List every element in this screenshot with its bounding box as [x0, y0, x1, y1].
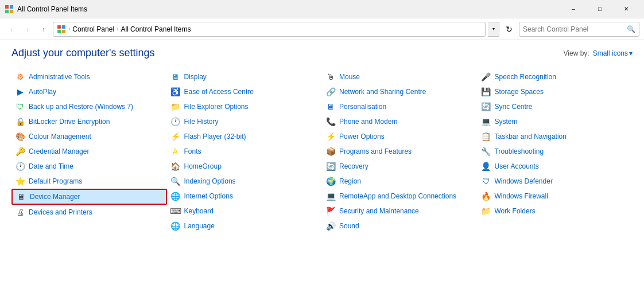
cp-item-sound[interactable]: 🔊Sound	[322, 219, 478, 233]
recovery-label: Recovery	[339, 162, 368, 170]
cp-item-devices-printers[interactable]: 🖨Devices and Printers	[11, 205, 167, 220]
svg-rect-7	[62, 30, 65, 33]
remoteapp-icon: 💻	[325, 191, 336, 201]
cp-item-windows-firewall[interactable]: 🔥Windows Firewall	[478, 189, 633, 204]
cp-item-speech-recognition[interactable]: 🎤Speech Recognition	[478, 69, 633, 84]
windows-firewall-label: Windows Firewall	[495, 192, 548, 200]
cp-item-default-programs[interactable]: ⭐Default Programs	[11, 174, 167, 189]
cp-item-administrative-tools[interactable]: ⚙Administrative Tools	[11, 69, 167, 84]
forward-button[interactable]: ›	[21, 22, 34, 36]
windows-defender-label: Windows Defender	[495, 177, 553, 185]
view-by: View by: Small icons ▾	[564, 49, 633, 57]
cp-item-bitlocker[interactable]: 🔒BitLocker Drive Encryption	[11, 114, 167, 129]
path-all-items[interactable]: All Control Panel Items	[121, 25, 191, 33]
bitlocker-label: BitLocker Drive Encryption	[29, 118, 110, 126]
cp-item-network-sharing[interactable]: 🔗Network and Sharing Centre	[322, 84, 478, 99]
cp-item-power-options[interactable]: ⚡Power Options	[322, 129, 478, 144]
view-by-label: View by:	[564, 49, 589, 57]
cp-item-phone-modem[interactable]: 📞Phone and Modem	[322, 114, 478, 129]
cp-item-recovery[interactable]: 🔄Recovery	[322, 159, 478, 174]
cp-item-language[interactable]: 🌐Language	[167, 219, 323, 233]
cp-item-colour-management[interactable]: 🎨Colour Management	[11, 129, 167, 144]
cp-item-security-maintenance[interactable]: 🚩Security and Maintenance	[322, 204, 478, 219]
cp-item-file-history[interactable]: 🕐File History	[167, 114, 323, 129]
cp-item-backup-restore[interactable]: 🛡Back up and Restore (Windows 7)	[11, 99, 167, 114]
sync-centre-label: Sync Centre	[495, 103, 533, 111]
search-input[interactable]	[523, 25, 627, 33]
administrative-tools-icon: ⚙	[15, 72, 25, 82]
view-by-link[interactable]: Small icons ▾	[593, 49, 633, 57]
address-dropdown[interactable]: ▾	[488, 22, 499, 37]
svg-rect-1	[10, 5, 13, 9]
cp-item-remoteapp[interactable]: 💻RemoteApp and Desktop Connections	[322, 189, 478, 204]
cp-item-windows-defender[interactable]: 🛡Windows Defender	[478, 174, 633, 189]
keyboard-label: Keyboard	[184, 207, 214, 215]
windows-defender-icon: 🛡	[481, 176, 491, 186]
default-programs-label: Default Programs	[29, 177, 82, 185]
fonts-icon: A	[170, 146, 181, 157]
work-folders-label: Work Folders	[495, 207, 536, 215]
sync-centre-icon: 🔄	[481, 102, 491, 112]
network-sharing-label: Network and Sharing Centre	[339, 88, 426, 96]
cp-item-indexing-options[interactable]: 🔍Indexing Options	[167, 174, 323, 189]
cp-item-mouse[interactable]: 🖱Mouse	[322, 69, 478, 84]
date-time-label: Date and Time	[29, 162, 73, 170]
cp-item-autoplay[interactable]: ▶AutoPlay	[11, 84, 167, 99]
cp-item-work-folders[interactable]: 📁Work Folders	[478, 204, 633, 219]
up-button[interactable]: ↑	[37, 22, 51, 36]
windows-firewall-icon: 🔥	[481, 191, 491, 201]
storage-spaces-icon: 💾	[481, 87, 491, 97]
programs-features-label: Programs and Features	[339, 147, 412, 155]
cp-item-user-accounts[interactable]: 👤User Accounts	[478, 159, 633, 174]
region-icon: 🌍	[325, 176, 336, 186]
svg-rect-2	[5, 10, 9, 13]
device-manager-icon: 🖥	[16, 192, 26, 202]
speech-recognition-icon: 🎤	[481, 72, 491, 82]
file-explorer-options-icon: 📁	[170, 102, 181, 112]
cp-item-homegroup[interactable]: 🏠HomeGroup	[167, 159, 323, 174]
cp-item-personalisation[interactable]: 🖥Personalisation	[322, 99, 478, 114]
cp-item-programs-features[interactable]: 📦Programs and Features	[322, 144, 478, 159]
cp-item-ease-of-access[interactable]: ♿Ease of Access Centre	[167, 84, 323, 99]
display-icon: 🖥	[170, 72, 181, 82]
view-option-label: Small icons	[593, 49, 628, 57]
cp-item-region[interactable]: 🌍Region	[322, 174, 478, 189]
cp-item-flash-player[interactable]: ⚡Flash Player (32-bit)	[167, 129, 323, 144]
back-button[interactable]: ‹	[5, 22, 18, 36]
internet-options-label: Internet Options	[184, 192, 233, 200]
autoplay-label: AutoPlay	[29, 88, 56, 96]
cp-item-taskbar-navigation[interactable]: 📋Taskbar and Navigation	[478, 129, 633, 144]
title-bar: All Control Panel Items – □ ✕	[0, 0, 644, 18]
svg-rect-0	[5, 5, 9, 9]
troubleshooting-label: Troubleshooting	[495, 147, 544, 155]
cp-item-device-manager[interactable]: 🖥Device Manager	[11, 189, 167, 205]
system-label: System	[495, 118, 518, 126]
work-folders-icon: 📁	[481, 206, 491, 216]
cp-item-date-time[interactable]: 🕐Date and Time	[11, 159, 167, 174]
flash-player-label: Flash Player (32-bit)	[184, 132, 246, 141]
internet-options-icon: 🌐	[170, 191, 181, 201]
phone-modem-label: Phone and Modem	[339, 118, 397, 126]
power-options-icon: ⚡	[325, 131, 336, 142]
cp-item-system[interactable]: 💻System	[478, 114, 633, 129]
cp-item-troubleshooting[interactable]: 🔧Troubleshooting	[478, 144, 633, 159]
taskbar-navigation-label: Taskbar and Navigation	[495, 132, 567, 141]
cp-item-credential-manager[interactable]: 🔑Credential Manager	[11, 144, 167, 159]
cp-item-fonts[interactable]: AFonts	[167, 144, 323, 159]
default-programs-icon: ⭐	[15, 176, 25, 186]
page-title: Adjust your computer's settings	[11, 47, 155, 59]
cp-item-storage-spaces[interactable]: 💾Storage Spaces	[478, 84, 633, 99]
maximize-button[interactable]: □	[587, 0, 613, 18]
minimize-button[interactable]: –	[560, 0, 587, 18]
cp-item-display[interactable]: 🖥Display	[167, 69, 323, 84]
devices-printers-label: Devices and Printers	[29, 208, 92, 216]
programs-features-icon: 📦	[325, 146, 336, 157]
device-manager-label: Device Manager	[30, 193, 80, 201]
close-button[interactable]: ✕	[613, 0, 639, 18]
cp-item-internet-options[interactable]: 🌐Internet Options	[167, 189, 323, 204]
cp-item-keyboard[interactable]: ⌨Keyboard	[167, 204, 323, 219]
refresh-button[interactable]: ↻	[502, 22, 517, 37]
path-control-panel[interactable]: Control Panel	[72, 25, 114, 33]
cp-item-sync-centre[interactable]: 🔄Sync Centre	[478, 99, 633, 114]
cp-item-file-explorer-options[interactable]: 📁File Explorer Options	[167, 99, 323, 114]
